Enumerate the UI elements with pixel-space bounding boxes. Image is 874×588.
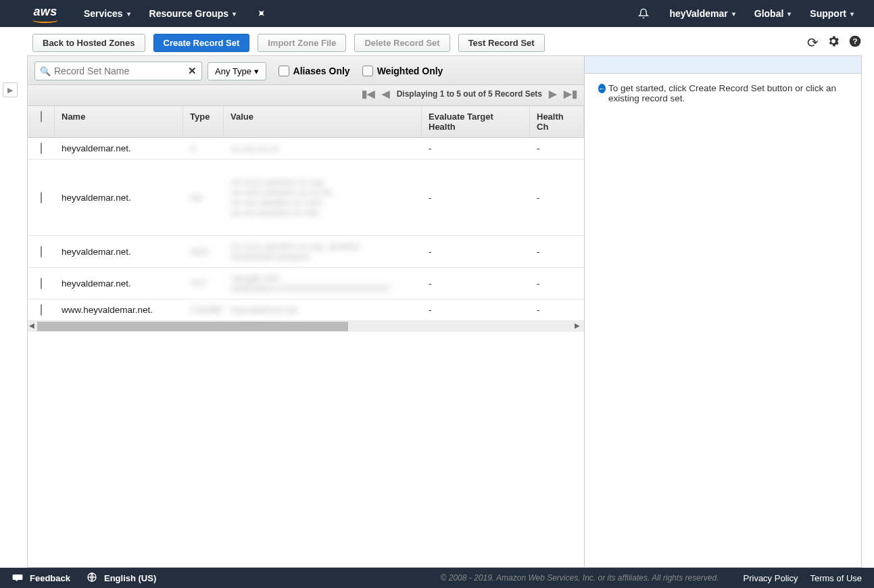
cell-hc: -: [530, 299, 584, 320]
chevron-down-icon: ▾: [850, 10, 854, 18]
pin-icon: ✦: [252, 4, 271, 23]
cell-type: NS: [183, 187, 224, 208]
col-type[interactable]: Type: [183, 106, 224, 137]
filter-label: Aliases Only: [293, 66, 350, 76]
nav-label: heyValdemar: [669, 8, 727, 19]
nav-services[interactable]: Services ▾: [74, 0, 140, 27]
search-icon: 🔍: [40, 66, 51, 76]
nav-region[interactable]: Global ▾: [745, 0, 801, 27]
row-checkbox[interactable]: [41, 278, 42, 289]
cell-value: xx.xxx.xx.xx: [224, 138, 422, 159]
back-to-hosted-zones-button[interactable]: Back to Hosted Zones: [32, 34, 145, 52]
aws-top-nav: aws Services ▾ Resource Groups ▾ ✦ heyVa…: [0, 0, 874, 27]
cell-name: heyvaldemar.net.: [55, 241, 183, 262]
filter-bar: 🔍 ✕ Any Type ▾ Aliases Only Weighted Onl…: [28, 56, 584, 85]
scroll-left-icon[interactable]: ◀: [29, 322, 37, 329]
nav-label: Support: [810, 8, 846, 19]
help-icon[interactable]: ?: [848, 34, 862, 51]
pager: ▮◀ ◀ Displaying 1 to 5 out of 5 Record S…: [28, 85, 584, 106]
table-row[interactable]: www.heyvaldemar.net. CNAME heyvaldemar.n…: [28, 299, 584, 321]
bell-icon: [637, 7, 650, 20]
privacy-policy-link[interactable]: Privacy Policy: [744, 573, 798, 583]
svg-text:?: ?: [852, 36, 857, 45]
info-message: ← To get started, click Create Record Se…: [585, 74, 861, 113]
table-row[interactable]: heyvaldemar.net. TXT "google-site-verifi…: [28, 268, 584, 299]
filter-label: Weighted Only: [377, 66, 443, 76]
search-input[interactable]: [34, 62, 202, 80]
page-first-icon[interactable]: ▮◀: [362, 88, 375, 100]
table-row[interactable]: heyvaldemar.net. A xx.xxx.xx.xx - -: [28, 138, 584, 160]
scroll-right-icon[interactable]: ▶: [575, 322, 583, 329]
type-select[interactable]: Any Type ▾: [208, 62, 266, 80]
col-health-check[interactable]: Health Ch: [530, 106, 584, 137]
cell-eth: -: [422, 138, 530, 159]
scrollbar-thumb[interactable]: [37, 322, 348, 331]
cell-type: SOA: [183, 241, 224, 262]
row-checkbox[interactable]: [41, 192, 42, 203]
chat-icon: [12, 572, 23, 585]
page-last-icon[interactable]: ▶▮: [564, 88, 577, 100]
weighted-only-filter[interactable]: Weighted Only: [362, 66, 443, 76]
table-header: Name Type Value Evaluate Target Health H…: [28, 106, 584, 138]
create-record-set-button[interactable]: Create Record Set: [153, 34, 250, 52]
import-zone-file-button[interactable]: Import Zone File: [258, 34, 346, 52]
cell-type: CNAME: [183, 299, 224, 320]
nav-resource-groups[interactable]: Resource Groups ▾: [140, 0, 245, 27]
action-icons: ⟳ ?: [807, 34, 862, 51]
nav-notifications[interactable]: [627, 0, 660, 27]
col-name[interactable]: Name: [55, 106, 183, 137]
footer: Feedback English (US) © 2008 - 2019, Ama…: [0, 568, 874, 588]
nav-label: Services: [84, 8, 123, 19]
aws-logo[interactable]: aws: [32, 5, 58, 23]
cell-eth: -: [422, 299, 530, 320]
feedback-link[interactable]: Feedback: [30, 573, 70, 583]
delete-record-set-button[interactable]: Delete Record Set: [354, 34, 450, 52]
row-checkbox[interactable]: [41, 246, 42, 258]
expand-sidebar-button[interactable]: ▶: [3, 82, 18, 97]
chevron-down-icon: ▾: [254, 66, 259, 76]
nav-pin[interactable]: ✦: [245, 0, 278, 27]
col-evaluate-target-health[interactable]: Evaluate Target Health: [422, 106, 530, 137]
horizontal-scrollbar[interactable]: ◀ ▶: [28, 321, 584, 332]
language-select[interactable]: English (US): [104, 573, 156, 583]
record-set-panel: 🔍 ✕ Any Type ▾ Aliases Only Weighted Onl…: [27, 55, 585, 568]
search-box: 🔍 ✕: [34, 62, 202, 80]
checkbox[interactable]: [278, 66, 289, 76]
refresh-icon[interactable]: ⟳: [807, 34, 819, 51]
detail-panel-header: [585, 56, 861, 74]
table-row[interactable]: heyvaldemar.net. SOA ns-xxxx.awsdns-xx.o…: [28, 236, 584, 268]
cell-name: heyvaldemar.net.: [55, 138, 183, 159]
cell-value: ns-xxxx.awsdns-xx.org. awsdns-hostmaster…: [224, 236, 422, 267]
cell-type: A: [183, 138, 224, 159]
test-record-set-button[interactable]: Test Record Set: [458, 34, 545, 52]
chevron-down-icon: ▾: [233, 10, 236, 18]
pager-text: Displaying 1 to 5 out of 5 Record Sets: [397, 89, 542, 99]
aliases-only-filter[interactable]: Aliases Only: [278, 66, 350, 76]
cell-name: www.heyvaldemar.net.: [55, 299, 183, 320]
clear-icon[interactable]: ✕: [188, 65, 197, 77]
cell-eth: -: [422, 273, 530, 294]
col-value[interactable]: Value: [224, 106, 422, 137]
gear-icon[interactable]: [827, 34, 840, 51]
checkbox[interactable]: [362, 66, 373, 76]
chevron-down-icon: ▾: [732, 10, 735, 18]
select-all-checkbox[interactable]: [41, 111, 42, 122]
action-bar: Back to Hosted Zones Create Record Set I…: [0, 27, 874, 55]
cell-name: heyvaldemar.net.: [55, 273, 183, 294]
cell-eth: -: [422, 241, 530, 262]
row-checkbox[interactable]: [41, 143, 42, 154]
nav-label: Global: [754, 8, 784, 19]
row-checkbox[interactable]: [41, 304, 42, 316]
cell-value: heyvaldemar.net: [224, 299, 422, 320]
cell-hc: -: [530, 241, 584, 262]
table-row[interactable]: heyvaldemar.net. NS ns-xxxx.awsdns-xx.or…: [28, 160, 584, 236]
page-prev-icon[interactable]: ◀: [382, 88, 390, 100]
nav-user[interactable]: heyValdemar ▾: [660, 0, 744, 27]
nav-label: Resource Groups: [149, 8, 228, 19]
page-next-icon[interactable]: ▶: [549, 88, 557, 100]
terms-of-use-link[interactable]: Terms of Use: [810, 573, 862, 583]
table-body: heyvaldemar.net. A xx.xxx.xx.xx - - heyv…: [28, 138, 584, 567]
cell-hc: -: [530, 138, 584, 159]
cell-eth: -: [422, 187, 530, 208]
nav-support[interactable]: Support ▾: [800, 0, 863, 27]
